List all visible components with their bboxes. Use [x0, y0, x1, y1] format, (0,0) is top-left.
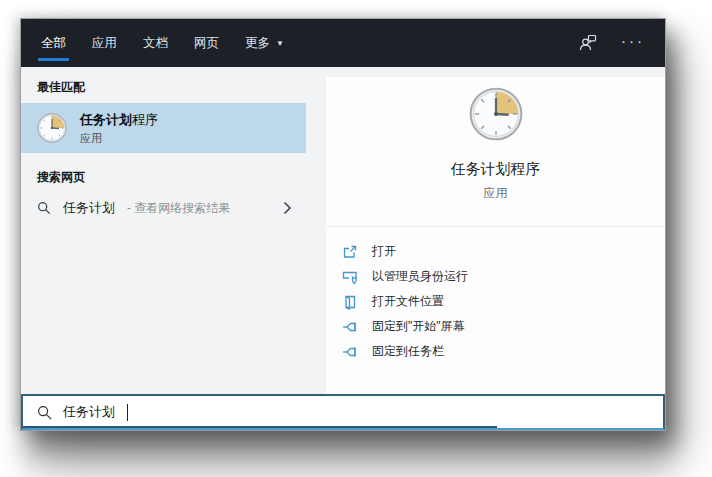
task-scheduler-clock-icon-large	[469, 87, 523, 141]
tab-apps[interactable]: 应用	[92, 19, 117, 67]
tab-more-label: 更多	[245, 35, 270, 52]
best-match-result-task-scheduler[interactable]: 任务计划程序 应用	[21, 103, 306, 153]
tab-documents-label: 文档	[143, 35, 168, 52]
web-search-query: 任务计划	[63, 199, 115, 217]
search-input-value: 任务计划	[63, 403, 115, 421]
task-scheduler-clock-icon	[37, 113, 67, 143]
text-caret	[127, 404, 128, 421]
web-search-suffix: - 查看网络搜索结果	[127, 200, 230, 217]
action-pin-to-start[interactable]: 固定到"开始"屏幕	[326, 314, 665, 339]
search-icon	[37, 201, 51, 215]
action-pin-to-start-label: 固定到"开始"屏幕	[372, 318, 465, 335]
best-match-title: 任务计划程序	[80, 112, 158, 127]
search-icon	[37, 405, 52, 420]
best-match-header: 最佳匹配	[37, 79, 300, 96]
open-icon	[342, 244, 358, 260]
best-match-subtitle: 应用	[80, 131, 158, 146]
web-search-suggestion[interactable]: 任务计划 - 查看网络搜索结果	[21, 193, 306, 223]
search-filter-tabbar: 全部 应用 文档 网页 更多 ▼	[21, 19, 665, 67]
feedback-person-icon[interactable]	[579, 34, 597, 52]
run-as-admin-icon	[342, 269, 358, 285]
results-area: 最佳匹配	[21, 67, 665, 394]
action-run-as-admin[interactable]: 以管理员身份运行	[326, 264, 665, 289]
tab-web-label: 网页	[194, 35, 219, 52]
app-preview-card: 任务计划程序 应用	[326, 77, 665, 394]
search-input[interactable]: 任务计划	[21, 394, 665, 430]
web-search-header: 搜索网页	[37, 169, 300, 186]
action-open-file-location[interactable]: 打开文件位置	[326, 289, 665, 314]
tab-web[interactable]: 网页	[194, 19, 219, 67]
action-pin-to-taskbar[interactable]: 固定到任务栏	[326, 339, 665, 364]
action-open[interactable]: 打开	[326, 239, 665, 264]
results-left-panel: 最佳匹配	[21, 67, 316, 394]
action-open-file-location-label: 打开文件位置	[372, 293, 444, 310]
search-flyout-window: 全部 应用 文档 网页 更多 ▼	[20, 18, 666, 431]
screenshot-canvas: 全部 应用 文档 网页 更多 ▼	[0, 0, 712, 477]
app-subtitle: 应用	[326, 185, 665, 202]
preview-panel: 任务计划程序 应用	[316, 67, 665, 394]
open-file-location-icon	[342, 294, 358, 310]
app-preview-header: 任务计划程序 应用	[326, 77, 665, 226]
pin-to-start-icon	[342, 319, 358, 335]
tab-documents[interactable]: 文档	[143, 19, 168, 67]
tab-apps-label: 应用	[92, 35, 117, 52]
action-open-label: 打开	[372, 243, 396, 260]
tab-all[interactable]: 全部	[41, 19, 66, 67]
app-actions-list: 打开 以管理员身份运行	[326, 227, 665, 364]
tab-more[interactable]: 更多 ▼	[245, 19, 284, 67]
pin-to-taskbar-icon	[342, 344, 358, 360]
action-run-as-admin-label: 以管理员身份运行	[372, 268, 468, 285]
topbar-right-controls: ···	[579, 33, 645, 54]
action-pin-to-taskbar-label: 固定到任务栏	[372, 343, 444, 360]
more-options-icon[interactable]: ···	[621, 33, 645, 54]
app-title: 任务计划程序	[326, 160, 665, 179]
tab-all-label: 全部	[41, 35, 66, 52]
chevron-right-icon	[283, 201, 292, 215]
best-match-text: 任务计划程序 应用	[80, 110, 158, 146]
chevron-down-icon: ▼	[276, 39, 284, 48]
